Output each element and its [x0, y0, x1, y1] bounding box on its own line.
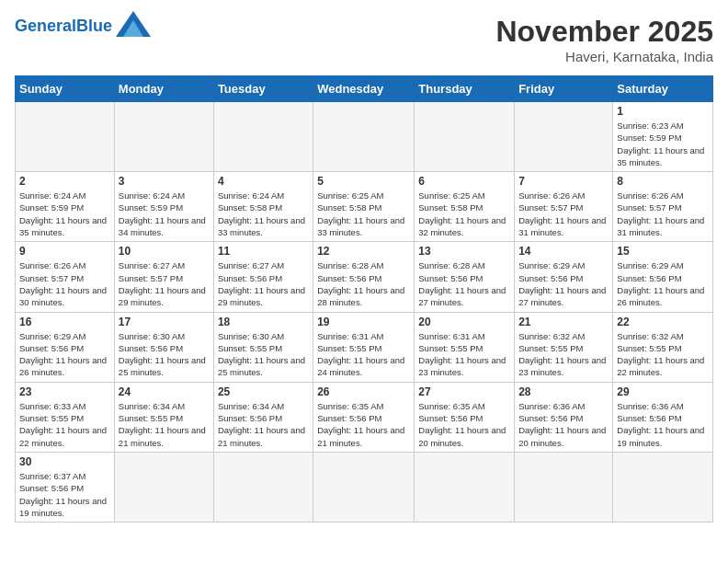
day-info: Sunrise: 6:29 AM Sunset: 5:56 PM Dayligh… [19, 330, 110, 379]
calendar-cell: 25Sunrise: 6:34 AM Sunset: 5:56 PM Dayli… [213, 382, 313, 452]
day-info: Sunrise: 6:23 AM Sunset: 5:59 PM Dayligh… [617, 120, 709, 168]
calendar-cell: 7Sunrise: 6:26 AM Sunset: 5:57 PM Daylig… [515, 172, 613, 242]
calendar-cell [313, 102, 415, 172]
day-info: Sunrise: 6:24 AM Sunset: 5:58 PM Dayligh… [218, 190, 309, 238]
calendar-cell: 29Sunrise: 6:36 AM Sunset: 5:56 PM Dayli… [613, 382, 713, 452]
calendar-cell: 13Sunrise: 6:28 AM Sunset: 5:56 PM Dayli… [415, 242, 515, 312]
day-info: Sunrise: 6:24 AM Sunset: 5:59 PM Dayligh… [19, 190, 110, 238]
day-info: Sunrise: 6:24 AM Sunset: 5:59 PM Dayligh… [119, 190, 210, 238]
weekday-header-friday: Friday [515, 76, 613, 102]
day-number: 11 [218, 245, 309, 258]
calendar-cell [515, 452, 613, 522]
calendar-cell: 28Sunrise: 6:36 AM Sunset: 5:56 PM Dayli… [515, 382, 613, 452]
calendar-cell [114, 452, 213, 522]
calendar-cell: 14Sunrise: 6:29 AM Sunset: 5:56 PM Dayli… [515, 242, 613, 312]
day-number: 4 [218, 175, 309, 188]
title-block: November 2025 Haveri, Karnataka, India [495, 15, 713, 64]
logo-icon [116, 11, 151, 37]
calendar-cell: 20Sunrise: 6:31 AM Sunset: 5:55 PM Dayli… [415, 312, 515, 382]
calendar-table: SundayMondayTuesdayWednesdayThursdayFrid… [15, 75, 713, 523]
weekday-row: SundayMondayTuesdayWednesdayThursdayFrid… [16, 76, 713, 102]
day-number: 15 [617, 245, 709, 258]
day-number: 9 [19, 245, 110, 258]
day-number: 26 [317, 385, 410, 398]
day-info: Sunrise: 6:36 AM Sunset: 5:56 PM Dayligh… [617, 400, 709, 449]
day-number: 19 [317, 316, 410, 328]
calendar-cell: 30Sunrise: 6:37 AM Sunset: 5:56 PM Dayli… [16, 452, 115, 522]
calendar-week-5: 23Sunrise: 6:33 AM Sunset: 5:55 PM Dayli… [16, 382, 713, 452]
calendar-cell [613, 452, 713, 522]
logo: GeneralBlue [15, 15, 151, 37]
day-number: 6 [418, 175, 510, 188]
day-number: 29 [617, 385, 709, 398]
day-info: Sunrise: 6:33 AM Sunset: 5:55 PM Dayligh… [19, 400, 110, 449]
weekday-header-sunday: Sunday [16, 76, 115, 102]
day-number: 23 [19, 385, 110, 398]
day-number: 7 [518, 175, 609, 188]
weekday-header-monday: Monday [114, 76, 213, 102]
weekday-header-tuesday: Tuesday [213, 76, 313, 102]
day-info: Sunrise: 6:34 AM Sunset: 5:55 PM Dayligh… [119, 400, 210, 449]
day-number: 17 [119, 316, 210, 328]
calendar-week-4: 16Sunrise: 6:29 AM Sunset: 5:56 PM Dayli… [16, 312, 713, 382]
logo-text: GeneralBlue [15, 17, 112, 34]
day-info: Sunrise: 6:25 AM Sunset: 5:58 PM Dayligh… [317, 190, 410, 238]
day-info: Sunrise: 6:27 AM Sunset: 5:56 PM Dayligh… [218, 259, 309, 308]
day-info: Sunrise: 6:29 AM Sunset: 5:56 PM Dayligh… [518, 259, 609, 308]
day-number: 2 [19, 175, 110, 188]
calendar-cell: 3Sunrise: 6:24 AM Sunset: 5:59 PM Daylig… [114, 172, 213, 242]
day-number: 12 [317, 245, 410, 258]
calendar-cell: 27Sunrise: 6:35 AM Sunset: 5:56 PM Dayli… [415, 382, 515, 452]
day-info: Sunrise: 6:32 AM Sunset: 5:55 PM Dayligh… [617, 330, 709, 379]
calendar-cell: 4Sunrise: 6:24 AM Sunset: 5:58 PM Daylig… [213, 172, 313, 242]
location: Haveri, Karnataka, India [495, 49, 713, 64]
calendar-cell [515, 102, 613, 172]
weekday-header-wednesday: Wednesday [313, 76, 415, 102]
day-info: Sunrise: 6:32 AM Sunset: 5:55 PM Dayligh… [518, 330, 609, 379]
calendar-cell: 17Sunrise: 6:30 AM Sunset: 5:56 PM Dayli… [114, 312, 213, 382]
calendar-cell: 10Sunrise: 6:27 AM Sunset: 5:57 PM Dayli… [114, 242, 213, 312]
calendar-cell [313, 452, 415, 522]
day-number: 1 [617, 105, 709, 118]
day-info: Sunrise: 6:31 AM Sunset: 5:55 PM Dayligh… [317, 330, 410, 379]
day-number: 3 [119, 175, 210, 188]
calendar-cell: 2Sunrise: 6:24 AM Sunset: 5:59 PM Daylig… [16, 172, 115, 242]
day-info: Sunrise: 6:37 AM Sunset: 5:56 PM Dayligh… [19, 470, 110, 519]
calendar-cell: 22Sunrise: 6:32 AM Sunset: 5:55 PM Dayli… [613, 312, 713, 382]
day-number: 14 [518, 245, 609, 258]
calendar-week-3: 9Sunrise: 6:26 AM Sunset: 5:57 PM Daylig… [16, 242, 713, 312]
calendar-cell [213, 452, 313, 522]
day-number: 28 [518, 385, 609, 398]
calendar-cell: 15Sunrise: 6:29 AM Sunset: 5:56 PM Dayli… [613, 242, 713, 312]
calendar-cell [415, 102, 515, 172]
day-info: Sunrise: 6:29 AM Sunset: 5:56 PM Dayligh… [617, 259, 709, 308]
calendar-cell: 19Sunrise: 6:31 AM Sunset: 5:55 PM Dayli… [313, 312, 415, 382]
day-number: 5 [317, 175, 410, 188]
calendar-week-6: 30Sunrise: 6:37 AM Sunset: 5:56 PM Dayli… [16, 452, 713, 522]
calendar-cell: 1Sunrise: 6:23 AM Sunset: 5:59 PM Daylig… [613, 102, 713, 172]
page-header: GeneralBlue November 2025 Haveri, Karnat… [15, 15, 713, 64]
calendar-cell: 24Sunrise: 6:34 AM Sunset: 5:55 PM Dayli… [114, 382, 213, 452]
day-info: Sunrise: 6:30 AM Sunset: 5:55 PM Dayligh… [218, 330, 309, 379]
logo-general: General [15, 17, 76, 35]
day-info: Sunrise: 6:26 AM Sunset: 5:57 PM Dayligh… [617, 190, 709, 238]
day-info: Sunrise: 6:30 AM Sunset: 5:56 PM Dayligh… [119, 330, 210, 379]
calendar-cell: 26Sunrise: 6:35 AM Sunset: 5:56 PM Dayli… [313, 382, 415, 452]
calendar-cell [16, 102, 115, 172]
calendar-cell: 21Sunrise: 6:32 AM Sunset: 5:55 PM Dayli… [515, 312, 613, 382]
day-info: Sunrise: 6:35 AM Sunset: 5:56 PM Dayligh… [317, 400, 410, 449]
day-info: Sunrise: 6:34 AM Sunset: 5:56 PM Dayligh… [218, 400, 309, 449]
day-number: 22 [617, 316, 709, 328]
day-info: Sunrise: 6:26 AM Sunset: 5:57 PM Dayligh… [19, 259, 110, 308]
day-number: 8 [617, 175, 709, 188]
day-info: Sunrise: 6:35 AM Sunset: 5:56 PM Dayligh… [418, 400, 510, 449]
day-number: 25 [218, 385, 309, 398]
calendar-cell: 18Sunrise: 6:30 AM Sunset: 5:55 PM Dayli… [213, 312, 313, 382]
day-number: 18 [218, 316, 309, 328]
month-title: November 2025 [495, 15, 713, 49]
day-number: 21 [518, 316, 609, 328]
day-info: Sunrise: 6:28 AM Sunset: 5:56 PM Dayligh… [418, 259, 510, 308]
calendar-cell: 11Sunrise: 6:27 AM Sunset: 5:56 PM Dayli… [213, 242, 313, 312]
calendar-cell [114, 102, 213, 172]
calendar-cell: 16Sunrise: 6:29 AM Sunset: 5:56 PM Dayli… [16, 312, 115, 382]
